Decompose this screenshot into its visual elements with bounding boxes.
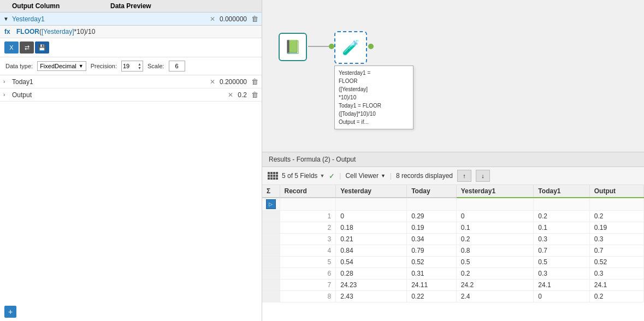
record-num-cell: 2 [280,222,336,234]
data-cell: 0.22 [407,291,457,302]
scale-label: Scale: [147,63,164,69]
scroll-down-button[interactable]: ↓ [476,170,490,182]
active-filter-icon[interactable]: ▷ [266,199,276,209]
sigma-header: Σ [262,185,280,198]
tooltip-line6: ([Today]*10)/10 [339,110,409,118]
field-preview-value: 0.000000 [220,15,247,23]
table-row: 20.180.190.10.10.19 [262,222,644,234]
data-cell: 2.43 [336,291,407,302]
record-num-cell: 3 [280,234,336,245]
connector-dot [329,44,334,49]
precision-input[interactable]: 19 ▲ ▼ [121,61,143,72]
results-toolbar: 5 of 5 Fields ▼ ✓ | Cell Viewer ▼ | 8 re… [262,167,644,185]
delete-field-icon[interactable]: 🗑 [251,15,258,23]
data-cell: 0.2 [589,211,643,222]
table-row: 100.2900.20.2 [262,211,644,222]
data-cell: 24.2 [456,280,534,291]
yesterday-col-header: Yesterday [336,185,407,198]
tooltip-line4: *10)/10 [339,93,409,102]
clear-field-icon[interactable]: ✕ [210,15,215,23]
tooltip-line1: Yesterday1 = [339,69,409,77]
data-cell: 0 [534,291,589,302]
scroll-up-button[interactable]: ↑ [457,170,471,182]
save-button[interactable]: 💾 [35,41,49,54]
datatype-value: FixedDecimal [40,63,76,69]
data-cell: 0.5 [534,257,589,268]
data-cell: 0.2 [456,234,534,245]
data-cell: 0.84 [336,245,407,257]
table-row[interactable]: › Today1 ✕ 0.200000 🗑 [0,75,262,88]
table-row: 724.2324.1124.224.124.1 [262,280,644,291]
data-cell: 0.52 [407,257,457,268]
chevron-down-icon: ▼ [3,16,10,22]
grid-view-icon[interactable] [268,172,277,180]
data-cell: 0.3 [534,234,589,245]
other-rows: › Today1 ✕ 0.200000 🗑 › Output ✕ 0.2 🗑 [0,75,262,302]
formula-node[interactable]: 🧪 [334,31,367,64]
clear-icon[interactable]: ✕ [210,78,215,86]
record-num-cell: 5 [280,257,336,268]
expression-button[interactable]: X [4,41,19,54]
data-cell: 0.34 [407,234,457,245]
cell-viewer-button[interactable]: Cell Viewer ▼ [345,172,385,180]
data-cell: 0.3 [589,268,643,280]
table-row[interactable]: › Output ✕ 0.2 🗑 [0,88,262,102]
filter-row: ▷ [262,198,644,211]
data-cell: 0.3 [534,268,589,280]
delete-icon[interactable]: 🗑 [251,78,258,86]
data-cell: 24.11 [407,280,457,291]
data-cell: 0.2 [534,211,589,222]
data-cell: 0.1 [534,222,589,234]
data-cell: 2.4 [456,291,534,302]
table-row: 60.280.310.20.30.3 [262,268,644,280]
record-num-cell: 6 [280,268,336,280]
output-dot [368,44,374,49]
tooltip-line7: Output = if... [339,118,409,126]
column-headers: Output Column Data Preview [0,0,262,13]
scale-input[interactable]: 6 [169,61,185,72]
record-num-cell: 1 [280,211,336,222]
node-tooltip: Yesterday1 = FLOOR ([Yesterday] *10)/10 … [334,66,413,129]
yesterday1-col-header: Yesterday1 [456,185,534,198]
clear-icon[interactable]: ✕ [228,91,233,99]
field-value: 0.200000 [220,78,247,86]
chevron-right-icon: › [3,79,10,85]
record-num-cell: 4 [280,245,336,257]
table-row: 82.430.222.400.2 [262,291,644,302]
data-cell: 0.29 [407,211,457,222]
transform-button[interactable]: ⇄ [20,41,34,54]
canvas-area: 📗 🧪 Yesterday1 = FLOOR ([Yesterday] *10)… [262,0,644,152]
cell-viewer-dropdown-icon: ▼ [381,173,386,179]
delete-icon[interactable]: 🗑 [251,91,258,99]
precision-value: 19 [123,63,129,69]
datatype-select[interactable]: FixedDecimal ▼ [37,61,86,71]
precision-up-icon[interactable]: ▲ [138,62,141,66]
precision-label: Precision: [91,63,117,69]
data-cell: 24.23 [336,280,407,291]
today1-col-header: Today1 [534,185,589,198]
add-field-button[interactable]: + [4,306,16,318]
separator2: | [390,172,392,180]
data-cell: 0.8 [456,245,534,257]
data-cell: 0.3 [589,234,643,245]
tooltip-line5: Today1 = FLOOR [339,102,409,110]
fields-selector-button[interactable]: 5 of 5 Fields ▼ [282,172,324,180]
data-cell: 0.2 [589,291,643,302]
right-panel: 📗 🧪 Yesterday1 = FLOOR ([Yesterday] *10)… [262,0,644,321]
formula-text: FLOOR([Yesterday]*10)/10 [16,28,95,35]
checkmark-icon: ✓ [329,172,335,180]
table-row: 30.210.340.20.30.3 [262,234,644,245]
active-field-row[interactable]: ▼ Yesterday1 ✕ 0.000000 🗑 [0,13,262,26]
book-node[interactable]: 📗 [279,33,307,61]
data-cell: 0 [336,211,407,222]
record-col-header: Record [280,185,336,198]
precision-down-icon[interactable]: ▼ [138,66,141,70]
dropdown-arrow-icon: ▼ [79,63,84,69]
field-name: Output [12,91,226,99]
field-name: Yesterday1 [12,15,208,23]
results-panel: Results - Formula (2) - Output 5 of 5 Fi… [262,152,644,321]
fields-label: 5 of 5 Fields [282,172,317,180]
fx-label: fx [4,28,13,35]
data-cell: 0 [456,211,534,222]
record-num-cell: 8 [280,291,336,302]
